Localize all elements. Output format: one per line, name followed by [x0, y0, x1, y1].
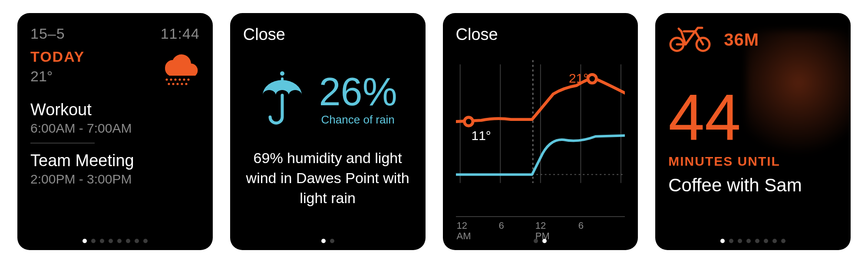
- chart-x-axis: 12 AM 6 12 PM 6: [456, 216, 625, 241]
- temperature-chart: 21° 11° 12 AM 6 12 PM 6: [456, 47, 625, 241]
- page-dot[interactable]: [746, 239, 751, 243]
- page-dots: [230, 239, 426, 243]
- screenshots-row: 15–5 11:44 TODAY 21°: [0, 0, 868, 263]
- svg-point-6: [168, 83, 170, 85]
- page-dot[interactable]: [729, 239, 733, 243]
- umbrella-icon: [258, 70, 306, 128]
- forecast-chart-card: Close: [443, 13, 638, 250]
- close-button[interactable]: Close: [243, 25, 413, 44]
- today-heading: TODAY: [30, 48, 85, 65]
- page-dot[interactable]: [738, 239, 742, 243]
- rain-cloud-icon: [152, 48, 200, 89]
- page-dot[interactable]: [534, 239, 538, 243]
- bicycle-icon: [668, 25, 712, 54]
- page-dots: [655, 239, 851, 243]
- agenda-item[interactable]: Workout 6:00AM - 7:00AM: [30, 100, 200, 136]
- close-button[interactable]: Close: [456, 25, 625, 44]
- travel-duration: 36M: [724, 30, 759, 50]
- countdown-card: 36M 44 MINUTES UNTIL Coffee with Sam: [655, 13, 851, 250]
- x-tick: 6: [499, 221, 504, 231]
- svg-point-3: [178, 78, 181, 80]
- page-dot[interactable]: [135, 239, 139, 243]
- countdown-label: MINUTES UNTIL: [668, 154, 838, 169]
- svg-point-9: [181, 83, 183, 85]
- svg-point-1: [170, 78, 172, 80]
- date-label: 15–5: [30, 25, 65, 42]
- weather-detail-card: Close 26% Chance of rain 69% humidity an…: [230, 13, 426, 250]
- svg-point-2: [174, 78, 176, 80]
- page-dot[interactable]: [126, 239, 130, 243]
- page-dot[interactable]: [117, 239, 122, 243]
- rain-chance-label: Chance of rain: [321, 113, 397, 127]
- svg-point-11: [280, 71, 284, 76]
- page-dots: [443, 239, 638, 243]
- page-dot[interactable]: [720, 239, 725, 243]
- page-dot[interactable]: [772, 239, 777, 243]
- page-dot[interactable]: [91, 239, 96, 243]
- weather-description: 69% humidity and light wind in Dawes Poi…: [243, 148, 413, 208]
- page-dot[interactable]: [100, 239, 104, 243]
- svg-point-4: [183, 78, 185, 80]
- page-dot[interactable]: [330, 239, 334, 243]
- page-dot[interactable]: [143, 239, 148, 243]
- agenda-item-title: Workout: [30, 100, 200, 119]
- agenda-item[interactable]: Team Meeting 2:00PM - 3:00PM: [30, 151, 200, 187]
- svg-point-20: [587, 74, 596, 83]
- agenda-card: 15–5 11:44 TODAY 21°: [17, 13, 213, 250]
- page-dot[interactable]: [781, 239, 785, 243]
- rain-chance-value: 26%: [319, 72, 397, 111]
- svg-point-10: [185, 83, 187, 85]
- page-dot[interactable]: [321, 239, 326, 243]
- page-dot[interactable]: [764, 239, 768, 243]
- svg-point-7: [172, 83, 174, 85]
- agenda-item-time: 2:00PM - 3:00PM: [30, 172, 200, 187]
- svg-point-5: [187, 78, 189, 80]
- page-dots: [17, 239, 213, 243]
- chart-high-label: 21°: [569, 71, 588, 86]
- agenda-item-time: 6:00AM - 7:00AM: [30, 121, 200, 136]
- x-tick: 12: [457, 221, 471, 231]
- countdown-event: Coffee with Sam: [668, 175, 838, 196]
- svg-point-0: [165, 78, 168, 80]
- x-tick: 12: [535, 221, 550, 231]
- divider: [30, 143, 95, 144]
- countdown-value: 44: [668, 84, 838, 150]
- clock-label: 11:44: [161, 25, 200, 42]
- chart-low-label: 11°: [472, 128, 491, 143]
- svg-point-19: [464, 117, 472, 126]
- page-dot[interactable]: [542, 239, 547, 243]
- page-dot[interactable]: [109, 239, 113, 243]
- svg-point-8: [176, 83, 178, 85]
- page-dot[interactable]: [755, 239, 759, 243]
- agenda-item-title: Team Meeting: [30, 151, 200, 170]
- x-tick: 6: [578, 221, 584, 231]
- today-temp: 21°: [30, 68, 85, 85]
- page-dot[interactable]: [83, 239, 87, 243]
